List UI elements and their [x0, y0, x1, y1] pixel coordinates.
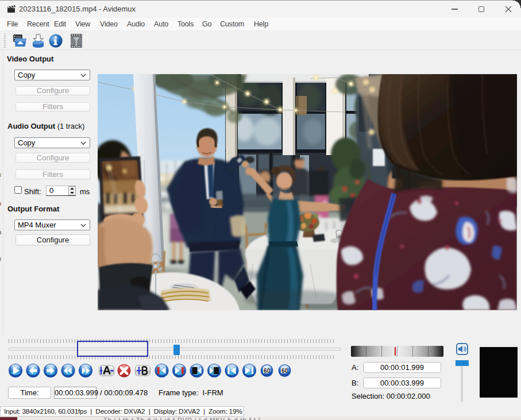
svg-text:60: 60 — [281, 368, 288, 374]
svg-text:60: 60 — [264, 368, 271, 374]
